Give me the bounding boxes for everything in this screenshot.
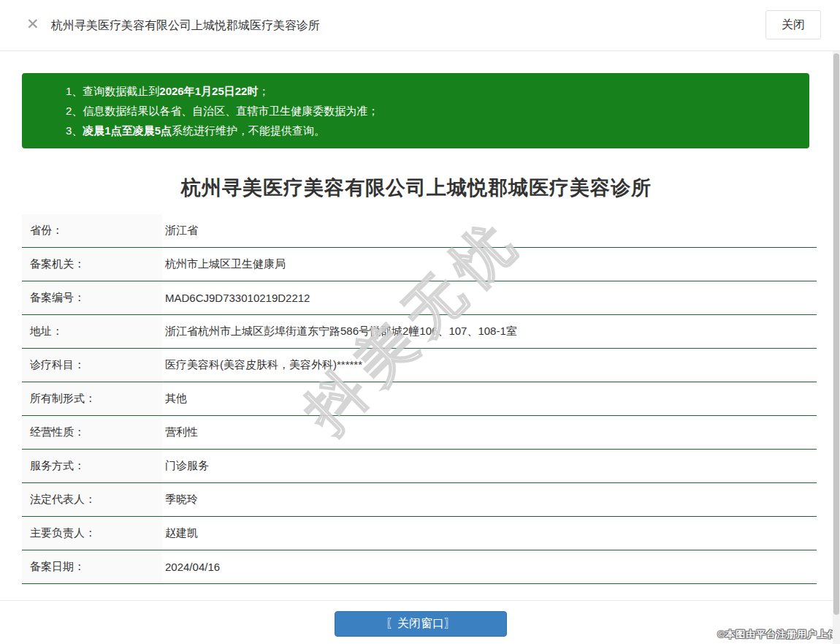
table-row-address: 地址： 浙江省杭州市上城区彭埠街道东宁路586号悦郡城2幢106、107、108…: [22, 315, 817, 349]
field-label: 主要负责人：: [22, 517, 162, 550]
field-value: 营利性: [162, 416, 817, 449]
notice-text: 2、信息数据结果以各省、自治区、直辖市卫生健康委数据为准；: [66, 105, 378, 117]
table-row-medical-subjects: 诊疗科目： 医疗美容科(美容皮肤科，美容外科)******: [22, 349, 817, 382]
notice-bold-text: 2026年1月25日22时: [159, 85, 258, 97]
table-row-service-mode: 服务方式： 门诊服务: [22, 450, 817, 483]
notice-line-2: 2、信息数据结果以各省、自治区、直辖市卫生健康委数据为准；: [66, 101, 795, 121]
field-value: 门诊服务: [162, 450, 817, 482]
field-label: 法定代表人：: [22, 483, 162, 516]
registration-info-table: 省份： 浙江省 备案机关： 杭州市上城区卫生健康局 备案编号： MAD6CJ9D…: [22, 214, 817, 584]
table-row-filing-date: 备案日期： 2024/04/16: [22, 550, 817, 584]
field-value: 2024/04/16: [162, 550, 817, 583]
page-title: 杭州寻美医疗美容有限公司上城悦郡城医疗美容诊所: [0, 175, 833, 201]
field-value: 浙江省杭州市上城区彭埠街道东宁路586号悦郡城2幢106、107、108-1室: [162, 315, 817, 348]
field-value: 季晓玲: [162, 483, 817, 516]
close-button[interactable]: 关闭: [765, 10, 821, 39]
vertical-scrollbar[interactable]: [833, 51, 840, 644]
field-label: 经营性质：: [22, 416, 162, 449]
field-label: 地址：: [22, 315, 162, 348]
notice-line-3: 3、凌晨1点至凌晨5点系统进行维护，不能提供查询。: [66, 121, 795, 140]
field-value: 医疗美容科(美容皮肤科，美容外科)******: [162, 349, 817, 382]
table-row-filing-number: 备案编号： MAD6CJ9D733010219D2212: [22, 281, 817, 315]
close-window-button[interactable]: 〖关闭窗口〗: [335, 611, 507, 637]
notice-box: 1、查询数据截止到2026年1月25日22时； 2、信息数据结果以各省、自治区、…: [22, 73, 809, 148]
table-row-filing-authority: 备案机关： 杭州市上城区卫生健康局: [22, 248, 817, 281]
notice-text: 1、查询数据截止到: [66, 85, 159, 97]
notice-text: 系统进行维护，不能提供查询。: [172, 124, 325, 137]
table-row-province: 省份： 浙江省: [22, 214, 817, 248]
close-x-icon[interactable]: ✕: [26, 16, 39, 31]
field-label: 备案日期：: [22, 550, 162, 583]
table-row-operating-nature: 经营性质： 营利性: [22, 416, 817, 450]
notice-text: ；: [258, 85, 269, 97]
bottom-divider: [0, 600, 840, 601]
field-value: 杭州市上城区卫生健康局: [162, 248, 817, 281]
table-row-main-person-in-charge: 主要负责人： 赵建凯: [22, 517, 817, 550]
table-row-legal-representative: 法定代表人： 季晓玲: [22, 483, 817, 517]
field-label: 备案机关：: [22, 248, 162, 281]
notice-bold-text: 凌晨1点至凌晨5点: [83, 124, 172, 137]
modal-header: ✕ 杭州寻美医疗美容有限公司上城悦郡城医疗美容诊所 关闭: [0, 0, 840, 51]
copyright-stamp: ©本图由平台注册用户上传: [717, 628, 838, 641]
field-value: 其他: [162, 382, 817, 415]
field-label: 诊疗科目：: [22, 349, 162, 382]
field-label: 所有制形式：: [22, 382, 162, 415]
header-title: 杭州寻美医疗美容有限公司上城悦郡城医疗美容诊所: [51, 0, 320, 51]
table-row-ownership-form: 所有制形式： 其他: [22, 382, 817, 416]
field-label: 服务方式：: [22, 450, 162, 482]
notice-line-1: 1、查询数据截止到2026年1月25日22时；: [66, 81, 795, 101]
notice-text: 3、: [66, 124, 83, 137]
field-label: 省份：: [22, 214, 162, 247]
field-value: 赵建凯: [162, 517, 817, 550]
field-value: MAD6CJ9D733010219D2212: [162, 281, 817, 314]
field-label: 备案编号：: [22, 281, 162, 314]
field-value: 浙江省: [162, 214, 817, 247]
scrollbar-thumb[interactable]: [833, 53, 839, 615]
